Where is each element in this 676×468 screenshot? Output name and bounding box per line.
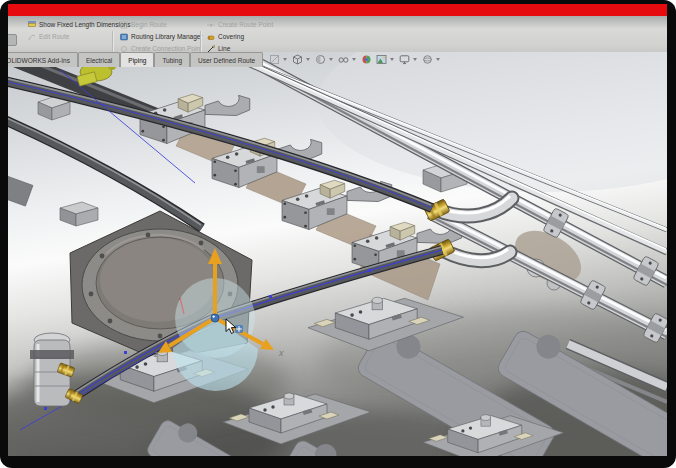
covering-icon [207,33,215,41]
dropdown-caret[interactable] [283,58,287,61]
create-route-point-button: Create Route Point [207,19,273,30]
triad-z-label: z [153,349,159,359]
routing-library-icon [120,33,128,41]
tab-tubing[interactable]: Tubing [154,52,190,67]
apply-scene-icon[interactable] [376,54,387,65]
edit-route-button: Edit Route [28,31,69,42]
command-manager-toolbar: Show Fixed Length Dimensions Edit Route … [8,16,667,52]
graphics-viewport[interactable]: z x SOLIDWORKS Add-Ins Electrical Piping… [8,52,667,456]
dropdown-caret[interactable] [436,58,440,61]
options-sphere-icon[interactable] [422,54,433,65]
begin-route-icon [120,21,128,29]
clipped-toolbar-icon[interactable] [8,34,17,46]
dropdown-caret[interactable] [413,58,417,61]
dimension-icon [28,21,36,29]
display-style-icon[interactable] [315,54,326,65]
view-orientation-icon[interactable] [292,54,303,65]
cad-3d-scene[interactable]: z x [8,52,667,456]
route-point-icon [207,21,215,29]
show-fixed-length-dimensions-button[interactable]: Show Fixed Length Dimensions [28,19,130,30]
hide-show-items-icon[interactable] [338,54,349,65]
view-settings-icon[interactable] [399,54,410,65]
solidworks-window: Show Fixed Length Dimensions Edit Route … [8,4,667,456]
app-frame: Show Fixed Length Dimensions Edit Route … [0,0,676,468]
dropdown-caret[interactable] [306,58,310,61]
recording-highlight-bar [8,4,667,16]
routing-library-manager-button[interactable]: Routing Library Manager [120,31,203,42]
edit-route-icon [28,33,36,41]
move-tool-icon [235,325,243,333]
section-view-icon[interactable] [269,54,280,65]
tab-electrical[interactable]: Electrical [78,52,120,67]
edit-appearance-icon[interactable] [361,54,372,65]
tab-solidworks-add-ins[interactable]: SOLIDWORKS Add-Ins [8,52,78,67]
command-manager-tabs: SOLIDWORKS Add-Ins Electrical Piping Tub… [8,52,263,67]
dropdown-caret[interactable] [390,58,394,61]
dropdown-caret[interactable] [329,58,333,61]
tab-piping[interactable]: Piping [120,52,154,67]
dropdown-caret[interactable] [352,58,356,61]
triad-x-label: x [278,348,284,358]
tab-user-defined-route[interactable]: User Defined Route [190,52,263,67]
begin-route-button: Begin Route [120,19,167,30]
covering-button[interactable]: Covering [207,31,244,42]
